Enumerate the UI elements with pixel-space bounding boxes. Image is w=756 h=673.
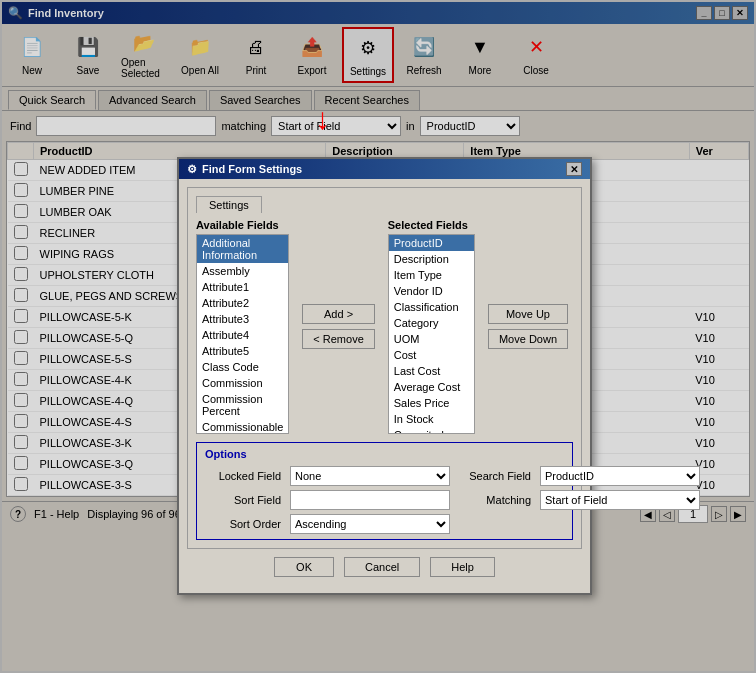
options-title: Options	[205, 448, 564, 460]
add-button[interactable]: Add >	[302, 304, 374, 324]
add-remove-buttons: Add > < Remove	[297, 219, 379, 434]
settings-tab-panel: Settings Available Fields Additional Inf…	[187, 187, 582, 549]
modal-buttons: OK Cancel Help	[187, 549, 582, 585]
selected-field-item[interactable]: Commited	[389, 427, 474, 434]
selected-field-item[interactable]: Last Cost	[389, 363, 474, 379]
fields-area: Available Fields Additional InformationA…	[196, 219, 573, 434]
modal-content: Settings Available Fields Additional Inf…	[179, 179, 590, 593]
settings-tab-bar: Settings	[196, 196, 573, 213]
search-field-label: Search Field	[455, 470, 535, 482]
settings-tab-item[interactable]: Settings	[196, 196, 262, 213]
selected-fields-label: Selected Fields	[388, 219, 475, 231]
modal-close-button[interactable]: ✕	[566, 162, 582, 176]
available-field-item[interactable]: Commission	[197, 375, 288, 391]
sort-field-label: Sort Field	[205, 494, 285, 506]
arrow-indicator: ↓	[315, 102, 330, 136]
ok-button[interactable]: OK	[274, 557, 334, 577]
available-field-item[interactable]: Commission Percent	[197, 391, 288, 419]
search-field-select[interactable]: ProductID Description	[540, 466, 700, 486]
selected-field-item[interactable]: UOM	[389, 331, 474, 347]
available-field-item[interactable]: Commissionable	[197, 419, 288, 434]
main-window: 🔍 Find Inventory _ □ ✕ 📄 New 💾 Save 📂 Op…	[0, 0, 756, 673]
available-field-item[interactable]: Attribute3	[197, 311, 288, 327]
find-form-settings-modal: ⚙ Find Form Settings ✕ Settings Availabl…	[177, 157, 592, 595]
selected-field-item[interactable]: In Stock	[389, 411, 474, 427]
available-field-item[interactable]: Attribute1	[197, 279, 288, 295]
selected-field-item[interactable]: Category	[389, 315, 474, 331]
selected-field-item[interactable]: Sales Price	[389, 395, 474, 411]
selected-field-item[interactable]: Vendor ID	[389, 283, 474, 299]
available-fields-col: Available Fields Additional InformationA…	[196, 219, 289, 434]
selected-field-item[interactable]: Average Cost	[389, 379, 474, 395]
selected-fields-col: Selected Fields ProductIDDescriptionItem…	[388, 219, 475, 434]
sort-field-input[interactable]	[290, 490, 450, 510]
modal-title-text: Find Form Settings	[202, 163, 302, 175]
available-field-item[interactable]: Assembly	[197, 263, 288, 279]
available-field-item[interactable]: Class Code	[197, 359, 288, 375]
move-down-button[interactable]: Move Down	[488, 329, 568, 349]
move-buttons: Move Up Move Down	[483, 219, 573, 434]
remove-button[interactable]: < Remove	[302, 329, 374, 349]
help-button[interactable]: Help	[430, 557, 495, 577]
sort-order-select[interactable]: Ascending Descending	[290, 514, 450, 534]
locked-field-select[interactable]: None ProductID	[290, 466, 450, 486]
available-field-item[interactable]: Additional Information	[197, 235, 288, 263]
available-fields-label: Available Fields	[196, 219, 289, 231]
matching-options-select[interactable]: Start of Field Contains Exact Match	[540, 490, 700, 510]
locked-field-label: Locked Field	[205, 470, 285, 482]
selected-fields-list[interactable]: ProductIDDescriptionItem TypeVendor IDCl…	[388, 234, 475, 434]
modal-icon: ⚙	[187, 163, 197, 176]
available-field-item[interactable]: Attribute5	[197, 343, 288, 359]
options-section: Options Locked Field None ProductID Sear…	[196, 442, 573, 540]
available-fields-list[interactable]: Additional InformationAssemblyAttribute1…	[196, 234, 289, 434]
selected-field-item[interactable]: Cost	[389, 347, 474, 363]
options-grid: Locked Field None ProductID Search Field…	[205, 466, 564, 534]
move-up-button[interactable]: Move Up	[488, 304, 568, 324]
sort-order-label: Sort Order	[205, 518, 285, 530]
selected-field-item[interactable]: ProductID	[389, 235, 474, 251]
available-field-item[interactable]: Attribute2	[197, 295, 288, 311]
cancel-button[interactable]: Cancel	[344, 557, 420, 577]
available-field-item[interactable]: Attribute4	[197, 327, 288, 343]
matching-options-label: Matching	[455, 494, 535, 506]
selected-field-item[interactable]: Description	[389, 251, 474, 267]
modal-title-bar: ⚙ Find Form Settings ✕	[179, 159, 590, 179]
selected-field-item[interactable]: Item Type	[389, 267, 474, 283]
selected-field-item[interactable]: Classification	[389, 299, 474, 315]
